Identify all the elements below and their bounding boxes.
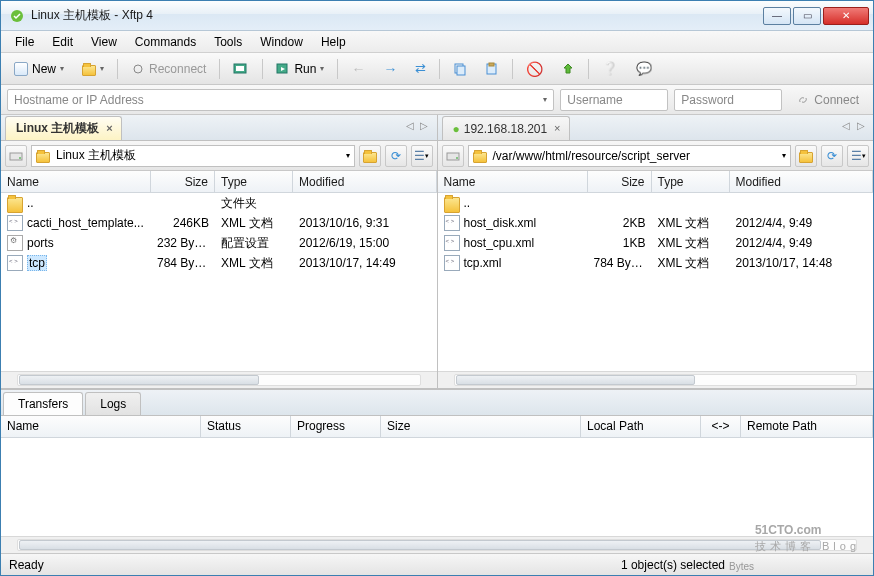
- refresh-button[interactable]: ⇄: [408, 57, 433, 81]
- file-row[interactable]: ..: [438, 193, 874, 213]
- username-input[interactable]: Username: [560, 89, 668, 111]
- connect-bar: Hostname or IP Address▾ Username Passwor…: [1, 85, 873, 115]
- col-name[interactable]: Name: [1, 171, 151, 192]
- list-icon: ☰: [414, 149, 425, 163]
- svg-rect-2: [236, 66, 244, 71]
- link-icon: [796, 93, 810, 107]
- up-button[interactable]: [359, 145, 381, 167]
- session-button[interactable]: [226, 57, 256, 81]
- up-button[interactable]: [795, 145, 817, 167]
- minimize-button[interactable]: —: [763, 7, 791, 25]
- maximize-button[interactable]: ▭: [793, 7, 821, 25]
- file-row[interactable]: host_cpu.xml1KBXML 文档2012/4/4, 9:49: [438, 233, 874, 253]
- tcol-progress[interactable]: Progress: [291, 416, 381, 437]
- back-button[interactable]: ←: [344, 57, 372, 81]
- svg-point-11: [456, 157, 458, 159]
- menu-commands[interactable]: Commands: [127, 33, 204, 51]
- xml-file-icon: [444, 235, 460, 251]
- tcol-direction[interactable]: <->: [701, 416, 741, 437]
- remote-header: Name Size Type Modified: [438, 171, 874, 193]
- local-address-row: Linux 主机模板▾ ⟳ ☰▾: [1, 141, 437, 171]
- cancel-button[interactable]: 🚫: [519, 57, 550, 81]
- local-path-input[interactable]: Linux 主机模板▾: [31, 145, 355, 167]
- refresh-local-button[interactable]: ⟳: [385, 145, 407, 167]
- refresh-remote-button[interactable]: ⟳: [821, 145, 843, 167]
- tab-nav[interactable]: ◁ ▷: [406, 120, 431, 131]
- file-row[interactable]: ..文件夹: [1, 193, 437, 213]
- close-tab-icon[interactable]: ×: [103, 122, 115, 134]
- drive-icon[interactable]: [442, 145, 464, 167]
- refresh-icon: ⟳: [391, 149, 401, 163]
- menu-help[interactable]: Help: [313, 33, 354, 51]
- help-button[interactable]: ❔: [595, 57, 625, 81]
- titlebar[interactable]: Linux 主机模板 - Xftp 4 — ▭ ✕: [1, 1, 873, 31]
- col-name[interactable]: Name: [438, 171, 588, 192]
- view-button[interactable]: ☰▾: [847, 145, 869, 167]
- about-button[interactable]: 💬: [629, 57, 659, 81]
- paste-button[interactable]: [478, 57, 506, 81]
- tab-logs[interactable]: Logs: [85, 392, 141, 415]
- transfer-header: Name Status Progress Size Local Path <->…: [1, 416, 873, 438]
- tcol-status[interactable]: Status: [201, 416, 291, 437]
- file-row[interactable]: tcp784 BytesXML 文档2013/10/17, 14:49: [1, 253, 437, 273]
- file-row[interactable]: host_disk.xml2KBXML 文档2012/4/4, 9:49: [438, 213, 874, 233]
- remote-scrollbar[interactable]: [438, 371, 874, 388]
- status-bytes: Bytes: [729, 561, 754, 572]
- tcol-name[interactable]: Name: [1, 416, 201, 437]
- host-input[interactable]: Hostname or IP Address▾: [7, 89, 554, 111]
- col-size[interactable]: Size: [588, 171, 652, 192]
- close-button[interactable]: ✕: [823, 7, 869, 25]
- tcol-remotepath[interactable]: Remote Path: [741, 416, 873, 437]
- tab-transfers[interactable]: Transfers: [3, 392, 83, 415]
- remote-file-list[interactable]: ..host_disk.xml2KBXML 文档2012/4/4, 9:49ho…: [438, 193, 874, 371]
- tcol-size[interactable]: Size: [381, 416, 581, 437]
- forward-button[interactable]: →: [376, 57, 404, 81]
- col-size[interactable]: Size: [151, 171, 215, 192]
- copy-button[interactable]: [446, 57, 474, 81]
- remote-tab[interactable]: ●192.168.18.201×: [442, 116, 571, 140]
- app-icon: [9, 8, 25, 24]
- view-button[interactable]: ☰▾: [411, 145, 433, 167]
- tab-nav[interactable]: ◁ ▷: [842, 120, 867, 131]
- menu-tools[interactable]: Tools: [206, 33, 250, 51]
- menu-file[interactable]: File: [7, 33, 42, 51]
- transfer-scrollbar[interactable]: [1, 536, 873, 553]
- refresh-icon: ⇄: [415, 61, 426, 76]
- toolbar: New▾ ▾ Reconnect Run▾ ← → ⇄ 🚫 ❔ 💬: [1, 53, 873, 85]
- remote-path-input[interactable]: /var/www/html/resource/script_server▾: [468, 145, 792, 167]
- local-scrollbar[interactable]: [1, 371, 437, 388]
- transfer-list[interactable]: [1, 438, 873, 536]
- password-input[interactable]: Password: [674, 89, 782, 111]
- file-row[interactable]: ports232 Bytes配置设置2012/6/19, 15:00: [1, 233, 437, 253]
- col-modified[interactable]: Modified: [293, 171, 437, 192]
- col-type[interactable]: Type: [652, 171, 730, 192]
- statusbar: Ready 1 object(s) selected Bytes: [1, 553, 873, 575]
- open-button[interactable]: ▾: [75, 57, 111, 81]
- menu-edit[interactable]: Edit: [44, 33, 81, 51]
- file-row[interactable]: tcp.xml784 BytesXML 文档2013/10/17, 14:48: [438, 253, 874, 273]
- upload-button[interactable]: [554, 57, 582, 81]
- cancel-icon: 🚫: [526, 61, 543, 77]
- drive-icon[interactable]: [5, 145, 27, 167]
- menu-view[interactable]: View: [83, 33, 125, 51]
- col-type[interactable]: Type: [215, 171, 293, 192]
- arrow-right-icon: →: [383, 61, 397, 77]
- tcol-localpath[interactable]: Local Path: [581, 416, 701, 437]
- close-tab-icon[interactable]: ×: [551, 122, 563, 134]
- xml-file-icon: [7, 215, 23, 231]
- local-tab[interactable]: Linux 主机模板×: [5, 116, 122, 140]
- svg-point-9: [19, 157, 21, 159]
- col-modified[interactable]: Modified: [730, 171, 874, 192]
- folder-icon: [36, 152, 50, 163]
- menu-window[interactable]: Window: [252, 33, 311, 51]
- reconnect-button[interactable]: Reconnect: [124, 57, 213, 81]
- refresh-icon: ⟳: [827, 149, 837, 163]
- run-button[interactable]: Run▾: [269, 57, 331, 81]
- new-button[interactable]: New▾: [7, 57, 71, 81]
- local-file-list[interactable]: ..文件夹cacti_host_template...246KBXML 文档20…: [1, 193, 437, 371]
- new-icon: [14, 62, 28, 76]
- window-title: Linux 主机模板 - Xftp 4: [31, 7, 763, 24]
- connect-button[interactable]: Connect: [788, 91, 867, 109]
- file-row[interactable]: cacti_host_template...246KBXML 文档2013/10…: [1, 213, 437, 233]
- transfer-panel: Transfers Logs Name Status Progress Size…: [1, 389, 873, 553]
